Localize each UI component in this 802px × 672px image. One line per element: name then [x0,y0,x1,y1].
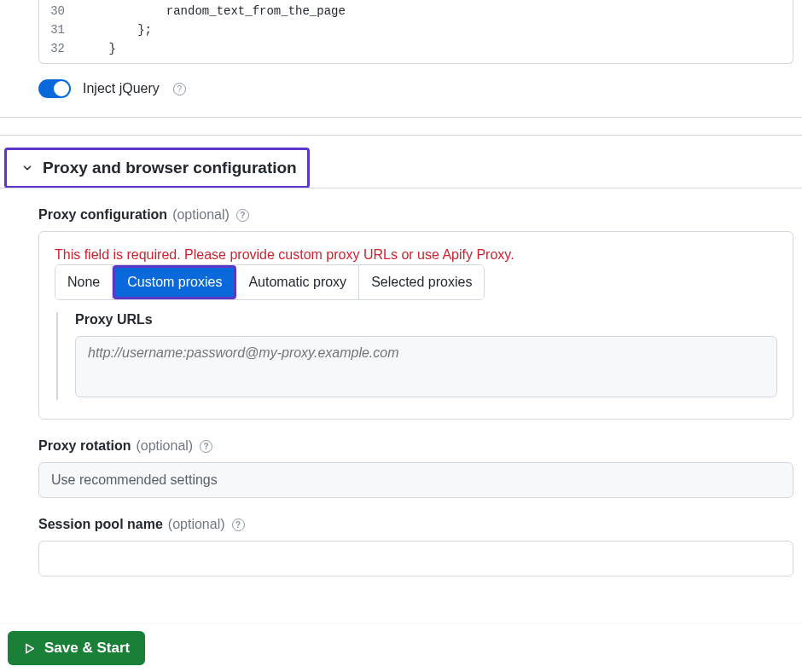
proxy-config-label: Proxy configuration [38,207,167,223]
bottom-bar: Save & Start [0,623,802,672]
optional-hint: (optional) [172,207,230,223]
play-icon [23,642,36,655]
line-number: 31 [39,20,80,39]
help-icon[interactable]: ? [173,83,186,96]
proxy-rotation-select[interactable]: Use recommended settings [38,462,793,498]
optional-hint: (optional) [168,517,225,532]
session-pool-label-row: Session pool name (optional) ? [38,517,793,532]
proxy-section-header[interactable]: Proxy and browser configuration [4,148,310,188]
line-number: 30 [39,2,80,20]
proxy-urls-label: Proxy URLs [75,312,777,327]
code-editor[interactable]: 30 random_text_from_the_page 31 }; 32 } [38,0,793,64]
code-text: }; [80,20,152,39]
help-icon[interactable]: ? [236,209,249,222]
proxy-section-body: Proxy configuration (optional) ? This fi… [0,188,802,576]
help-icon[interactable]: ? [232,518,245,531]
proxy-config-label-row: Proxy configuration (optional) ? [38,207,793,223]
proxy-rotation-field: Proxy rotation (optional) ? Use recommen… [38,438,793,498]
chevron-down-icon [20,161,34,175]
proxy-mode-button-group: None Custom proxies Automatic proxy Sele… [55,264,485,300]
code-line: 30 random_text_from_the_page [39,2,793,20]
save-button-label: Save & Start [44,640,130,657]
session-pool-label: Session pool name [38,517,163,532]
proxy-option-custom-highlight: Custom proxies [113,265,236,299]
toggle-knob [54,81,69,96]
proxy-config-error: This field is required. Please provide c… [55,247,777,263]
proxy-option-custom[interactable]: Custom proxies [115,268,234,297]
session-pool-input[interactable] [38,541,793,576]
code-line: 31 }; [39,20,793,39]
inject-jquery-toggle[interactable] [38,79,71,98]
session-pool-field: Session pool name (optional) ? [38,517,793,576]
inject-jquery-label: Inject jQuery [83,81,160,96]
proxy-rotation-label-row: Proxy rotation (optional) ? [38,438,793,454]
proxy-rotation-label: Proxy rotation [38,438,131,454]
proxy-option-none[interactable]: None [55,265,113,299]
help-icon[interactable]: ? [200,440,212,453]
proxy-option-automatic[interactable]: Automatic proxy [236,265,359,299]
proxy-urls-textarea[interactable] [75,336,777,397]
optional-hint: (optional) [136,438,193,454]
section-title: Proxy and browser configuration [43,159,307,177]
code-line: 32 } [39,39,793,58]
proxy-urls-block: Proxy URLs [56,312,777,400]
code-text: random_text_from_the_page [80,2,346,20]
line-number: 32 [39,39,80,58]
proxy-config-box: This field is required. Please provide c… [38,231,793,420]
inject-jquery-row: Inject jQuery ? [0,64,802,113]
save-and-start-button[interactable]: Save & Start [8,631,145,665]
code-text: } [80,39,116,58]
proxy-option-selected[interactable]: Selected proxies [359,265,484,299]
